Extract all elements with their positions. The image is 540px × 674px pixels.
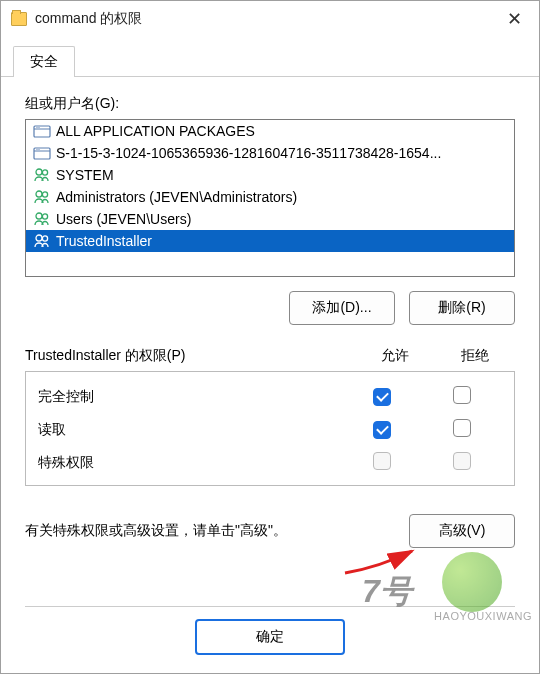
permission-row: 特殊权限 xyxy=(26,446,514,479)
users-icon xyxy=(32,211,52,227)
add-button[interactable]: 添加(D)... xyxy=(289,291,395,325)
svg-point-2 xyxy=(36,127,37,128)
list-item-label: S-1-15-3-1024-1065365936-1281604716-3511… xyxy=(56,145,441,161)
checkbox[interactable] xyxy=(453,386,471,404)
svg-point-7 xyxy=(38,149,39,150)
list-item[interactable]: TrustedInstaller xyxy=(26,230,514,252)
permission-name: 特殊权限 xyxy=(38,454,342,472)
svg-point-11 xyxy=(42,192,47,197)
list-item-label: SYSTEM xyxy=(56,167,114,183)
svg-point-6 xyxy=(36,149,37,150)
users-icon xyxy=(32,189,52,205)
ok-button[interactable]: 确定 xyxy=(195,619,345,655)
permission-row: 读取 xyxy=(26,413,514,446)
permissions-dialog: command 的权限 ✕ 安全 组或用户名(G): ALL APPLICATI… xyxy=(0,0,540,674)
permission-name: 读取 xyxy=(38,421,342,439)
svg-point-14 xyxy=(36,235,42,241)
checkbox[interactable] xyxy=(373,452,391,470)
package-icon xyxy=(32,145,52,161)
svg-rect-4 xyxy=(34,148,50,159)
users-icon xyxy=(32,167,52,183)
permissions-title: TrustedInstaller 的权限(P) xyxy=(25,347,355,365)
svg-rect-0 xyxy=(34,126,50,137)
list-item[interactable]: Administrators (JEVEN\Administrators) xyxy=(26,186,514,208)
permissions-box: 完全控制 读取 特殊权限 xyxy=(25,371,515,486)
list-item-label: ALL APPLICATION PACKAGES xyxy=(56,123,255,139)
checkbox[interactable] xyxy=(453,419,471,437)
svg-point-3 xyxy=(38,127,39,128)
groups-label: 组或用户名(G): xyxy=(25,95,515,113)
allow-column-header: 允许 xyxy=(355,347,435,365)
permissions-section: TrustedInstaller 的权限(P) 允许 拒绝 完全控制 读取 特殊… xyxy=(25,347,515,486)
remove-button[interactable]: 删除(R) xyxy=(409,291,515,325)
checkbox[interactable] xyxy=(453,452,471,470)
svg-point-10 xyxy=(36,191,42,197)
svg-point-8 xyxy=(36,169,42,175)
advanced-row: 有关特殊权限或高级设置，请单击"高级"。 高级(V) xyxy=(25,514,515,548)
users-listbox[interactable]: ALL APPLICATION PACKAGESS-1-15-3-1024-10… xyxy=(25,119,515,277)
close-icon[interactable]: ✕ xyxy=(499,8,529,30)
advanced-text: 有关特殊权限或高级设置，请单击"高级"。 xyxy=(25,522,409,540)
tabstrip: 安全 xyxy=(1,37,539,77)
list-item[interactable]: SYSTEM xyxy=(26,164,514,186)
list-item-label: TrustedInstaller xyxy=(56,233,152,249)
users-icon xyxy=(32,233,52,249)
content-area: 组或用户名(G): ALL APPLICATION PACKAGESS-1-15… xyxy=(1,77,539,673)
titlebar: command 的权限 ✕ xyxy=(1,1,539,37)
footer: 确定 xyxy=(25,606,515,673)
checkbox[interactable] xyxy=(373,388,391,406)
list-item-label: Users (JEVEN\Users) xyxy=(56,211,191,227)
tab-security[interactable]: 安全 xyxy=(13,46,75,77)
svg-point-15 xyxy=(42,236,47,241)
permission-row: 完全控制 xyxy=(26,380,514,413)
permission-name: 完全控制 xyxy=(38,388,342,406)
list-item[interactable]: S-1-15-3-1024-1065365936-1281604716-3511… xyxy=(26,142,514,164)
user-buttons: 添加(D)... 删除(R) xyxy=(25,291,515,325)
permissions-header: TrustedInstaller 的权限(P) 允许 拒绝 xyxy=(25,347,515,371)
advanced-button[interactable]: 高级(V) xyxy=(409,514,515,548)
checkbox[interactable] xyxy=(373,421,391,439)
package-icon xyxy=(32,123,52,139)
folder-icon xyxy=(11,12,27,26)
list-item[interactable]: ALL APPLICATION PACKAGES xyxy=(26,120,514,142)
window-title: command 的权限 xyxy=(35,10,499,28)
deny-column-header: 拒绝 xyxy=(435,347,515,365)
svg-point-9 xyxy=(42,170,47,175)
svg-point-12 xyxy=(36,213,42,219)
list-item[interactable]: Users (JEVEN\Users) xyxy=(26,208,514,230)
svg-point-13 xyxy=(42,214,47,219)
list-item-label: Administrators (JEVEN\Administrators) xyxy=(56,189,297,205)
